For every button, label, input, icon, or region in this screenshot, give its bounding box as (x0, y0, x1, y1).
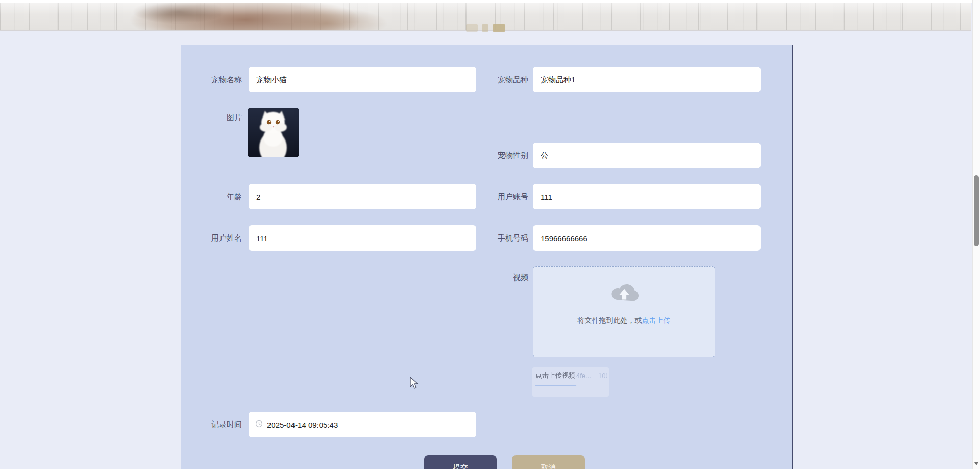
user-name-input[interactable] (249, 225, 476, 251)
upload-drop-text: 将文件拖到此处，或 (578, 316, 642, 324)
pet-gender-input[interactable] (533, 143, 761, 168)
pet-breed-label: 宠物品种 (468, 67, 528, 92)
scrollbar-thumb[interactable] (974, 175, 979, 246)
clock-icon (255, 420, 263, 428)
upload-cloud-icon (610, 280, 639, 303)
record-time-input[interactable] (249, 412, 476, 437)
carousel-dot-active[interactable] (493, 24, 505, 32)
image-label: 图片 (181, 109, 242, 126)
phone-label: 手机号码 (468, 225, 528, 251)
record-time-label: 记录时间 (181, 412, 242, 437)
scrollbar-track[interactable] (972, 0, 980, 469)
cat-image (248, 108, 299, 157)
upload-file-name: 4fe... (576, 372, 591, 380)
upload-progress-percent: 100% (598, 372, 607, 380)
user-name-label: 用户姓名 (181, 225, 242, 251)
scrollbar-down-arrow[interactable] (974, 462, 978, 465)
pet-photo[interactable] (248, 108, 299, 157)
pet-breed-input[interactable] (533, 67, 761, 92)
video-upload-dropzone[interactable]: 将文件拖到此处，或点击上传 (533, 266, 715, 357)
carousel-dot[interactable] (466, 24, 478, 32)
user-account-label: 用户账号 (468, 184, 528, 209)
banner-photo (0, 3, 971, 31)
submit-button[interactable]: 提交 (424, 455, 497, 469)
upload-progress-item: 点击上传视频 4fe... 100% (532, 367, 609, 397)
carousel-indicators (466, 24, 505, 32)
upload-progress-bar (535, 385, 576, 386)
age-label: 年龄 (181, 184, 242, 209)
pet-name-input[interactable] (249, 67, 476, 92)
carousel-dot[interactable] (482, 24, 488, 32)
user-account-input[interactable] (533, 184, 761, 209)
cancel-button[interactable]: 取消 (512, 455, 585, 469)
phone-input[interactable] (533, 225, 761, 251)
upload-click-link[interactable]: 点击上传 (642, 316, 671, 324)
page: 宠物名称 宠物品种 图片 (0, 0, 980, 469)
pet-form-panel: 宠物名称 宠物品种 图片 (181, 45, 793, 469)
upload-video-button[interactable]: 点击上传视频 (535, 371, 575, 380)
mouse-cursor (408, 377, 420, 390)
pet-gender-label: 宠物性别 (468, 143, 528, 168)
pet-name-label: 宠物名称 (181, 67, 242, 92)
age-input[interactable] (249, 184, 476, 209)
video-label: 视频 (468, 272, 528, 283)
